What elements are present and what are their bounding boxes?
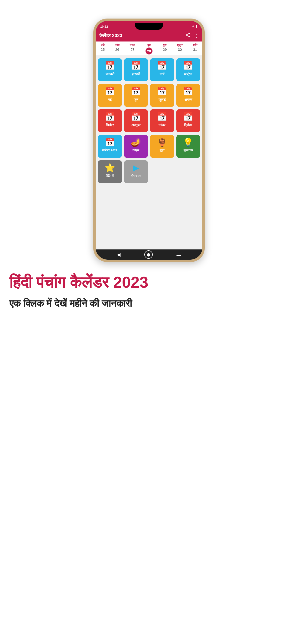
month-apr[interactable]: 📅 अप्रैल bbox=[176, 58, 200, 81]
main-title: हिंदी पंचांग कैलेंडर 2023 bbox=[9, 274, 289, 291]
jul-label: जुलाई bbox=[159, 98, 166, 102]
calendar2022-icon: 📅 bbox=[105, 138, 115, 147]
aug-label: अगस्त bbox=[184, 98, 192, 102]
month-jan[interactable]: 📅 जनवरी bbox=[98, 58, 122, 81]
jan-icon: 📅 bbox=[105, 61, 115, 71]
apr-label: अप्रैल bbox=[184, 72, 192, 76]
month-jul[interactable]: 📅 जुलाई bbox=[150, 84, 174, 107]
day-budh-active: बुध 28 bbox=[146, 43, 152, 54]
oct-icon: 📅 bbox=[131, 112, 141, 122]
months-row-2: 📅 मई 📅 जून 📅 जुलाई 📅 अगस्त bbox=[98, 84, 200, 107]
muhurt-label: मुहर्त bbox=[160, 148, 164, 152]
month-sep[interactable]: 📅 सितंबर bbox=[98, 109, 122, 132]
phone-frame: 10:22 ⊖ ▌ कैलेंडर 2023 ⋮ bbox=[93, 18, 205, 262]
nov-icon: 📅 bbox=[157, 112, 167, 122]
month-oct[interactable]: 📅 अक्तूबर bbox=[124, 109, 148, 132]
tile-main-view[interactable]: 💡 मुख्य रूप bbox=[176, 135, 200, 158]
feb-label: फ़रवरी bbox=[132, 72, 140, 76]
festival-icon: 🪔 bbox=[131, 138, 141, 147]
battery-icon: ⊖ bbox=[192, 25, 194, 28]
feb-icon: 📅 bbox=[131, 61, 141, 71]
jun-icon: 📅 bbox=[131, 86, 141, 96]
tile-more-apps[interactable]: ▶ मोर एप्पस bbox=[124, 160, 148, 183]
status-icons: ⊖ ▌ bbox=[192, 25, 198, 28]
day-guru: गुरु 29 bbox=[163, 43, 167, 54]
app-bar-actions: ⋮ bbox=[185, 32, 199, 39]
day-mangal: मंगल 27 bbox=[130, 43, 135, 54]
day-ravi: रवि 25 bbox=[101, 43, 105, 54]
recents-button[interactable]: ▬ bbox=[177, 252, 181, 257]
mainview-icon: 💡 bbox=[183, 138, 193, 147]
special-tiles-row: 📅 कैलेंडर 2022 🪔 त्यौहार 🏺 मुहर्त 💡 मुख्… bbox=[98, 135, 200, 158]
day-shukr: शुक्र 30 bbox=[177, 43, 183, 54]
jun-label: जून bbox=[134, 98, 138, 102]
app-bar: कैलेंडर 2023 ⋮ bbox=[96, 30, 202, 42]
festival-label: त्यौहार bbox=[133, 148, 139, 152]
jul-icon: 📅 bbox=[157, 86, 167, 96]
moreapps-icon: ▶ bbox=[133, 163, 139, 173]
rating-icon: ⭐ bbox=[105, 163, 115, 173]
nov-label: नवंबर bbox=[159, 123, 165, 127]
muhurt-icon: 🏺 bbox=[157, 138, 167, 147]
phone-inner: 10:22 ⊖ ▌ कैलेंडर 2023 ⋮ bbox=[96, 21, 202, 260]
month-jun[interactable]: 📅 जून bbox=[124, 84, 148, 107]
sep-icon: 📅 bbox=[105, 112, 115, 122]
mainview-label: मुख्य रूप bbox=[184, 148, 193, 152]
oct-label: अक्तूबर bbox=[131, 123, 141, 127]
tile-festival[interactable]: 🪔 त्यौहार bbox=[124, 135, 148, 158]
months-row-1: 📅 जनवरी 📅 फ़रवरी 📅 मार्च 📅 अप्रैल bbox=[98, 58, 200, 81]
status-time: 10:22 bbox=[100, 25, 108, 28]
tile-calendar-2022[interactable]: 📅 कैलेंडर 2022 bbox=[98, 135, 122, 158]
rating-label: रेटिंग दें bbox=[106, 174, 114, 178]
day-som: सोम 26 bbox=[115, 43, 120, 54]
month-mar[interactable]: 📅 मार्च bbox=[150, 58, 174, 81]
may-label: मई bbox=[108, 98, 112, 102]
months-row-3: 📅 सितंबर 📅 अक्तूबर 📅 नवंबर 📅 दिसंबर bbox=[98, 109, 200, 132]
notch bbox=[135, 23, 163, 30]
extra-tiles-row: ⭐ रेटिंग दें ▶ मोर एप्पस bbox=[98, 160, 200, 183]
mar-icon: 📅 bbox=[157, 61, 167, 71]
dec-icon: 📅 bbox=[183, 112, 193, 122]
menu-icon[interactable]: ⋮ bbox=[194, 33, 199, 38]
jan-label: जनवरी bbox=[106, 72, 114, 76]
scroll-content: 📅 जनवरी 📅 फ़रवरी 📅 मार्च 📅 अप्रैल bbox=[96, 56, 202, 250]
aug-icon: 📅 bbox=[183, 86, 193, 96]
home-button[interactable]: ⬤ bbox=[144, 250, 153, 259]
month-aug[interactable]: 📅 अगस्त bbox=[176, 84, 200, 107]
share-icon[interactable] bbox=[185, 32, 190, 39]
day-shan: शनि 31 bbox=[193, 43, 197, 54]
month-may[interactable]: 📅 मई bbox=[98, 84, 122, 107]
month-dec[interactable]: 📅 दिसंबर bbox=[176, 109, 200, 132]
signal-icon: ▌ bbox=[196, 25, 198, 28]
phone-screen: 10:22 ⊖ ▌ कैलेंडर 2023 ⋮ bbox=[96, 21, 202, 260]
tile-rating[interactable]: ⭐ रेटिंग दें bbox=[98, 160, 122, 183]
sep-label: सितंबर bbox=[106, 123, 114, 127]
day-header: रवि 25 सोम 26 मंगल 27 बुध 28 गुरु 29 bbox=[96, 42, 202, 56]
tile-muhurt[interactable]: 🏺 मुहर्त bbox=[150, 135, 174, 158]
moreapps-label: मोर एप्पस bbox=[131, 174, 141, 178]
sub-title: एक क्लिक में देखें महीने की जानकारी bbox=[9, 298, 289, 309]
month-nov[interactable]: 📅 नवंबर bbox=[150, 109, 174, 132]
month-feb[interactable]: 📅 फ़रवरी bbox=[124, 58, 148, 81]
dec-label: दिसंबर bbox=[184, 123, 192, 127]
back-button[interactable]: ◀ bbox=[117, 252, 120, 257]
mar-label: मार्च bbox=[160, 72, 164, 76]
may-icon: 📅 bbox=[105, 86, 115, 96]
apr-icon: 📅 bbox=[183, 61, 193, 71]
below-phone-content: हिंदी पंचांग कैलेंडर 2023 एक क्लिक में द… bbox=[0, 274, 298, 318]
app-title: कैलेंडर 2023 bbox=[99, 33, 122, 38]
calendar2022-label: कैलेंडर 2022 bbox=[102, 148, 117, 152]
bottom-nav: ◀ ⬤ ▬ bbox=[96, 250, 202, 260]
